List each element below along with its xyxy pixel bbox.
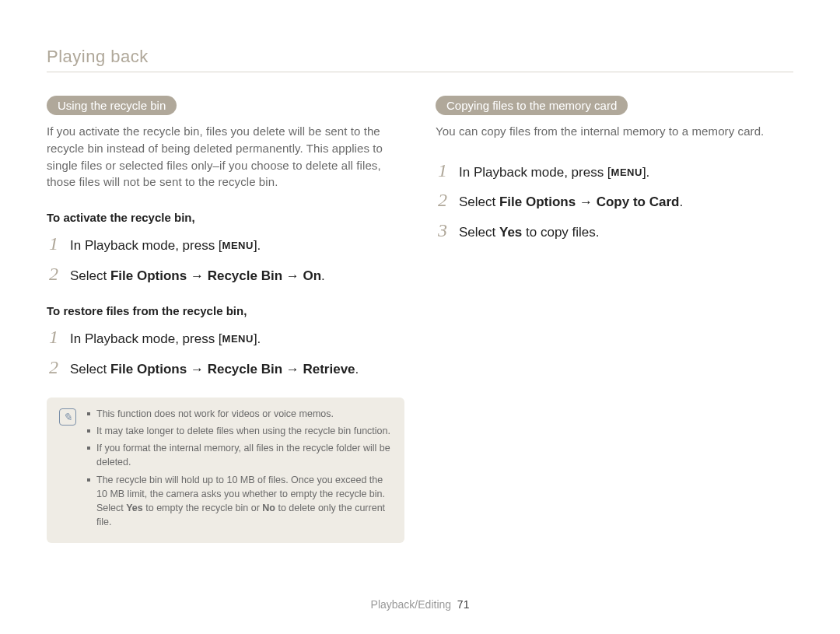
note-box: ✎ This function does not work for videos… <box>47 398 404 543</box>
text-bold: No <box>262 503 275 513</box>
step-text: In Playback mode, press [MENU]. <box>459 163 649 183</box>
text: ]. <box>254 331 261 346</box>
text: Select <box>70 362 110 377</box>
step-number: 2 <box>47 357 61 378</box>
footer-section: Playback/Editing <box>371 598 452 611</box>
recycle-bin-intro: If you activate the recycle bin, files y… <box>47 123 404 191</box>
page-footer: Playback/Editing 71 <box>0 598 840 611</box>
menu-path: File Options → Recycle Bin → On <box>110 268 321 283</box>
menu-label: MENU <box>222 238 254 254</box>
section-pill-copy-card: Copying files to the memory card <box>436 96 628 115</box>
step-row: 2 Select File Options → Recycle Bin → Re… <box>47 357 404 380</box>
text: . <box>679 194 683 209</box>
page-title: Playing back <box>47 47 793 72</box>
note-item: If you format the internal memory, all f… <box>87 441 392 469</box>
text: Select <box>70 268 110 283</box>
text: ]. <box>642 165 649 180</box>
step-row: 1 In Playback mode, press [MENU]. <box>47 233 404 256</box>
note-item: The recycle bin will hold up to 10 MB of… <box>87 473 392 530</box>
text: to copy files. <box>522 225 599 240</box>
menu-label: MENU <box>611 165 642 180</box>
step-number: 2 <box>47 264 61 285</box>
menu-path: File Options → Recycle Bin → Retrieve <box>110 362 355 377</box>
step-text: In Playback mode, press [MENU]. <box>70 236 261 256</box>
restore-steps: 1 In Playback mode, press [MENU]. 2 Sele… <box>47 327 404 379</box>
step-row: 2 Select File Options → Copy to Card. <box>436 190 793 212</box>
text: Select <box>459 194 499 209</box>
activate-steps: 1 In Playback mode, press [MENU]. 2 Sele… <box>47 233 404 285</box>
step-row: 1 In Playback mode, press [MENU]. <box>47 327 404 349</box>
text: ]. <box>254 238 261 253</box>
step-text: Select File Options → Copy to Card. <box>459 192 683 212</box>
step-text: Select Yes to copy files. <box>459 222 600 243</box>
step-row: 2 Select File Options → Recycle Bin → On… <box>47 264 404 286</box>
note-icon: ✎ <box>59 408 76 426</box>
content-columns: Using the recycle bin If you activate th… <box>47 96 793 543</box>
step-number: 3 <box>436 220 450 241</box>
note-item: This function does not work for videos o… <box>87 407 392 421</box>
text: In Playback mode, press [ <box>70 331 222 346</box>
text: In Playback mode, press [ <box>70 238 222 253</box>
copy-steps: 1 In Playback mode, press [MENU]. 2 Sele… <box>436 160 793 243</box>
section-pill-recycle-bin: Using the recycle bin <box>47 96 177 115</box>
page-number: 71 <box>457 598 470 611</box>
activate-subhead: To activate the recycle bin, <box>47 211 404 224</box>
text: In Playback mode, press [ <box>459 165 611 180</box>
text: . <box>355 362 359 377</box>
note-list: This function does not work for videos o… <box>87 407 392 532</box>
restore-subhead: To restore files from the recycle bin, <box>47 304 404 317</box>
text: to empty the recycle bin or <box>143 503 263 513</box>
step-number: 1 <box>47 327 61 348</box>
step-text: Select File Options → Recycle Bin → Retr… <box>70 359 359 380</box>
right-column: Copying files to the memory card You can… <box>436 96 793 543</box>
text: Select <box>459 225 499 240</box>
step-text: Select File Options → Recycle Bin → On. <box>70 266 325 286</box>
note-item: It may take longer to delete files when … <box>87 424 392 438</box>
step-row: 1 In Playback mode, press [MENU]. <box>436 160 793 183</box>
text-bold: Yes <box>126 503 143 513</box>
text-bold: Yes <box>499 225 522 240</box>
step-number: 1 <box>47 233 61 254</box>
step-number: 1 <box>436 160 450 181</box>
step-row: 3 Select Yes to copy files. <box>436 220 793 243</box>
text: . <box>321 268 325 283</box>
manual-page: Playing back Using the recycle bin If yo… <box>0 0 840 634</box>
step-number: 2 <box>436 190 450 211</box>
left-column: Using the recycle bin If you activate th… <box>47 96 404 543</box>
step-text: In Playback mode, press [MENU]. <box>70 329 261 349</box>
copy-card-intro: You can copy files from the internal mem… <box>436 123 793 140</box>
menu-path: File Options → Copy to Card <box>499 194 679 209</box>
menu-label: MENU <box>222 331 254 347</box>
